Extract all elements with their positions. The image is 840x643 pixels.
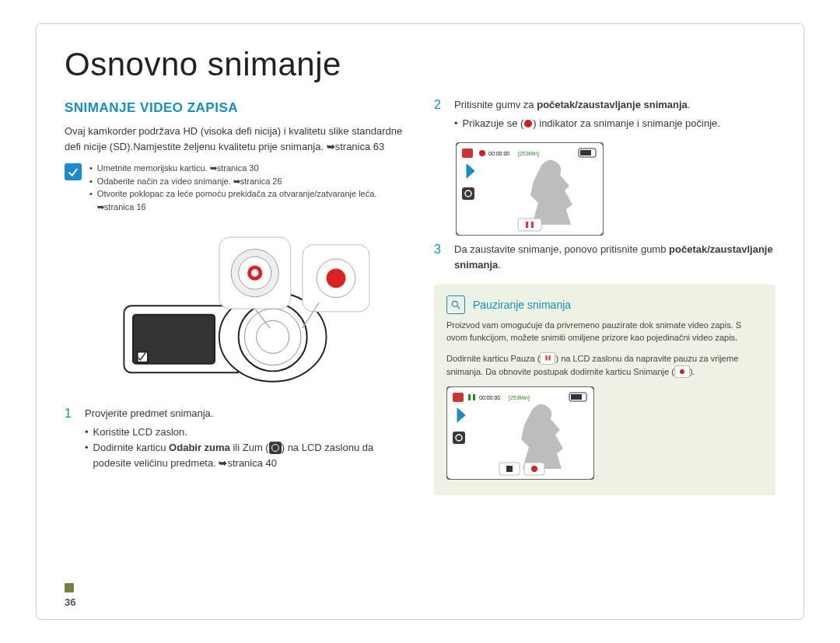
step-sub-2ref: stranica 40 <box>227 457 277 469</box>
step-number: 3 <box>434 242 445 273</box>
pause-button-icon <box>540 352 555 365</box>
precheck-ref: stranica 30 <box>217 163 259 173</box>
bullet-icon: • <box>85 425 89 440</box>
svg-rect-32 <box>468 394 471 400</box>
precheck-list: •Umetnite memorijsku karticu. ➥stranica … <box>89 162 406 213</box>
svg-point-28 <box>452 301 457 306</box>
svg-rect-25 <box>518 218 541 231</box>
arrow-icon: ➥ <box>219 457 227 469</box>
section-heading: SNIMANJE VIDEO ZAPISA <box>65 100 406 116</box>
arrow-icon: ➥ <box>210 163 217 173</box>
step-list-right-3: 3 Da zaustavite snimanje, ponovo pritisn… <box>434 242 775 273</box>
precheck-ref: stranica 26 <box>240 176 282 186</box>
precheck-text: Umetnite memorijsku karticu. <box>97 163 210 173</box>
svg-point-12 <box>251 269 259 277</box>
step-sub-1: Koristite LCD zaslon. <box>93 425 187 440</box>
step-text: Provjerite predmet snimanja. <box>85 406 406 421</box>
svg-rect-39 <box>506 466 513 472</box>
lcd-screenshot-recording: 00:00:00 [253Min] <box>456 142 775 236</box>
step-sub-2a: Dodirnite karticu <box>93 442 170 453</box>
step-2: 2 Pritisnite gumv za početak/zaustavljan… <box>434 97 775 131</box>
svg-point-20 <box>479 150 485 156</box>
step-content: Da zaustavite snimanje, ponovo pritisnit… <box>454 242 775 273</box>
callout-body: Proizvod vam omogućuje da privremeno pau… <box>446 319 763 480</box>
content-columns: SNIMANJE VIDEO ZAPISA Ovaj kamkorder pod… <box>65 97 775 495</box>
intro-paragraph: Ovaj kamkorder podržava HD (visoka defi … <box>65 124 406 154</box>
callout-title: Pauziranje snimanja <box>473 299 571 311</box>
svg-rect-31 <box>453 393 464 402</box>
precheck-item: •Otvorite poklopac za leće pomoću prekid… <box>89 187 406 213</box>
precheck-ref: stranica 16 <box>104 202 146 211</box>
svg-point-7 <box>256 320 289 353</box>
step-sublist: •Koristite LCD zaslon. • Dodirnite karti… <box>85 425 406 471</box>
arrow-icon: ➥ <box>233 176 240 186</box>
bullet-icon: • <box>454 116 458 131</box>
svg-rect-26 <box>526 222 528 228</box>
svg-rect-33 <box>473 394 475 400</box>
rec-remain: [253Min] <box>518 151 539 157</box>
zoom-icon <box>269 442 282 454</box>
callout-header: Pauziranje snimanja <box>446 295 763 314</box>
right-column: 2 Pritisnite gumv za početak/zaustavljan… <box>434 97 775 495</box>
step2-sub-a: Prikazuje se ( <box>463 117 524 129</box>
step2-text-b: početak/zaustavljanje snimanja <box>537 99 688 110</box>
step2-sub-b: ) indikator za snimanje i snimanje počin… <box>533 117 720 129</box>
precheck-text: Odaberite način za video snimanje. <box>97 176 233 186</box>
svg-rect-35 <box>571 394 582 400</box>
magnifier-icon <box>446 295 465 314</box>
precheck-check-icon <box>65 163 82 180</box>
arrow-icon: ➥ <box>97 202 104 211</box>
svg-point-16 <box>326 268 345 288</box>
rec-time: 00:00:00 <box>479 395 500 400</box>
svg-rect-27 <box>531 222 534 228</box>
step-text: Pritisnite gumv za početak/zaustavljanje… <box>454 97 720 113</box>
step2-text-a: Pritisnite gumv za <box>454 99 537 110</box>
callout-p1: Proizvod vam omogućuje da privremeno pau… <box>446 319 763 344</box>
callout-p2c: ). <box>690 367 695 376</box>
step-content: Provjerite predmet snimanja. •Koristite … <box>85 406 406 472</box>
svg-rect-23 <box>462 187 474 200</box>
step-1: 1 Provjerite predmet snimanja. •Koristit… <box>65 406 406 472</box>
bullet-icon: • <box>89 187 93 213</box>
precheck-item: •Odaberite način za video snimanje. ➥str… <box>89 175 406 188</box>
callout-p2: Dodirnite karticu Pauza () na LCD zaslon… <box>446 352 763 379</box>
record-indicator-icon <box>523 119 533 128</box>
step-number: 2 <box>434 97 445 131</box>
precheck-box: •Umetnite memorijsku karticu. ➥stranica … <box>65 162 406 213</box>
svg-rect-19 <box>462 149 473 158</box>
left-column: SNIMANJE VIDEO ZAPISA Ovaj kamkorder pod… <box>65 97 406 495</box>
step-content: Pritisnite gumv za početak/zaustavljanje… <box>454 97 720 131</box>
intro-ref: stranica 63 <box>335 141 385 152</box>
precheck-item: •Umetnite memorijsku karticu. ➥stranica … <box>89 162 406 175</box>
step2-text-c: . <box>688 99 691 110</box>
step-number: 1 <box>65 406 75 472</box>
pause-callout: Pauziranje snimanja Proizvod vam omoguću… <box>434 285 775 495</box>
svg-rect-36 <box>453 432 465 444</box>
record-button-icon <box>674 365 690 378</box>
page-number: 36 <box>65 596 75 608</box>
arrow-icon: ➥ <box>327 141 335 152</box>
bullet-icon: • <box>85 440 89 471</box>
step-list-left: 1 Provjerite predmet snimanja. •Koristit… <box>65 406 406 472</box>
precheck-text: Otvorite poklopac za leće pomoću prekida… <box>97 189 377 198</box>
step-sub-2c: ili Zum ( <box>230 442 269 453</box>
svg-point-41 <box>531 466 537 472</box>
bullet-icon: • <box>89 162 93 175</box>
svg-line-29 <box>457 306 460 309</box>
camcorder-illustration <box>65 224 406 395</box>
step3-text-c: . <box>498 259 501 271</box>
page-frame: Osnovno snimanje SNIMANJE VIDEO ZAPISA O… <box>36 23 804 620</box>
svg-rect-22 <box>580 150 591 156</box>
rec-time: 00:00:00 <box>488 151 509 156</box>
bullet-icon: • <box>89 175 93 188</box>
step-3: 3 Da zaustavite snimanje, ponovo pritisn… <box>434 242 775 273</box>
step-sub: • Prikazuje se () indikator za snimanje … <box>454 116 720 131</box>
page-title: Osnovno snimanje <box>65 46 775 83</box>
page-corner-accent <box>65 583 74 592</box>
step-sub-2: Dodirnite karticu Odabir zuma ili Zum ()… <box>93 440 406 471</box>
step-list-right: 2 Pritisnite gumv za početak/zaustavljan… <box>434 97 775 131</box>
step3-text-a: Da zaustavite snimanje, ponovo pritisnit… <box>454 243 669 255</box>
callout-p2a: Dodirnite karticu Pauza ( <box>446 354 540 363</box>
lcd-screenshot-paused: 00:00:00 [253Min] <box>446 386 763 480</box>
rec-remain: [253Min] <box>509 395 530 401</box>
